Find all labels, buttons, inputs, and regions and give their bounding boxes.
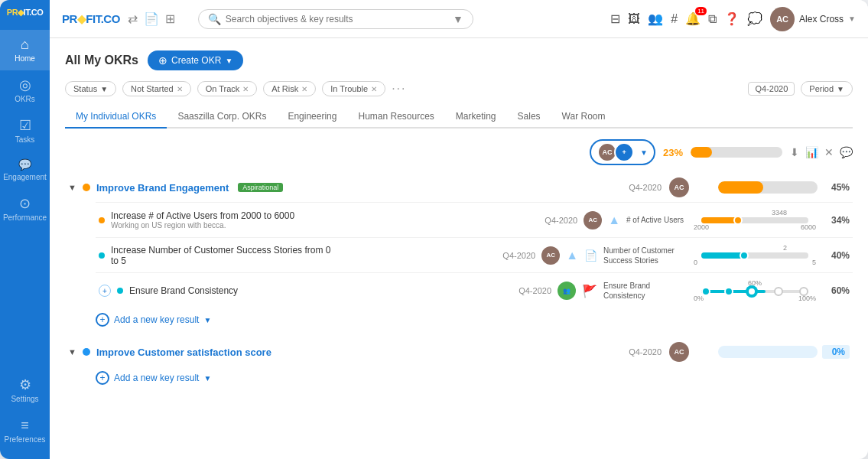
content-area: All My OKRs ⊕ Create OKR ▼ Status ▼ Not … (50, 38, 868, 459)
milestone-bar-3 (701, 288, 808, 295)
kr-meta-1: Q4-2020 AC ▲ # of Active Users 3348 (528, 209, 850, 231)
tab-marketing[interactable]: Marketing (445, 106, 507, 129)
overall-progress-bar (691, 147, 782, 158)
milestone-dot-1 (701, 287, 710, 296)
okrs-icon: ◎ (19, 78, 31, 92)
search-input[interactable] (226, 14, 448, 24)
tab-saaszilla[interactable]: Saaszilla Corp. OKRs (167, 106, 277, 129)
kr-type-icon-2: ▲ (566, 249, 578, 262)
kr-labels-2: 0 5 (694, 259, 816, 266)
filter-bar: Status ▼ Not Started ✕ On Track ✕ At Ris… (65, 81, 853, 96)
page-title: All My OKRs (65, 54, 138, 67)
control-icons: ⬇ 📊 ✕ 💬 (790, 146, 853, 158)
milestone-dot-5 (799, 287, 808, 296)
add-kr-btn-2[interactable]: + Add a new key result ▼ (65, 366, 853, 389)
tab-my-individual[interactable]: My Individual OKRs (65, 106, 167, 129)
kr-avatar-2: AC (541, 246, 560, 265)
create-okr-button[interactable]: ⊕ Create OKR ▼ (148, 50, 243, 70)
sidebar-label-performance: Performance (3, 213, 47, 222)
period-area: Q4-2020 Period ▼ (748, 81, 853, 96)
add-kr-circle-icon-2: + (96, 371, 109, 385)
sidebar-item-settings[interactable]: ⚙ Settings (0, 370, 50, 411)
kr-type-icon-1: ▲ (608, 213, 620, 227)
collapse-arrow-2[interactable]: ▼ (68, 347, 76, 356)
exchange-icon[interactable]: ⇄ (128, 11, 138, 26)
chip-on-track-close[interactable]: ✕ (242, 85, 249, 93)
kr-current-val-2: 2 (701, 244, 808, 252)
image-icon[interactable]: 🖼 (628, 12, 640, 26)
kr-bar-dot-2 (740, 251, 749, 260)
grid-icon[interactable]: ⊞ (165, 11, 175, 26)
sidebar-item-performance[interactable]: ⊙ Performance (0, 189, 50, 230)
tab-sales[interactable]: Sales (507, 106, 551, 129)
kr-current-val-1: 3348 (701, 209, 808, 216)
okr-title-1[interactable]: Improve Brand Engagement (96, 182, 229, 194)
kr-customer-stories: Increase Number of Customer Success Stor… (96, 237, 853, 272)
avatar-dropdown-arrow[interactable]: ▼ (640, 148, 648, 157)
sidebar-item-preferences[interactable]: ≡ Preferences (0, 411, 50, 451)
layers-icon[interactable]: ⧉ (708, 12, 717, 26)
sidebar-item-okrs[interactable]: ◎ OKRs (0, 70, 50, 111)
notification-icon[interactable]: 🔔 (685, 11, 701, 26)
add-kr-label-1: Add a new key result (114, 314, 199, 325)
okr-title-2[interactable]: Improve Customer satisfaction score (96, 347, 271, 358)
kr-max-2: 5 (812, 259, 816, 266)
kr-label-3: Ensure Brand Consistency (603, 281, 688, 301)
chip-on-track: On Track ✕ (197, 81, 258, 96)
kr-active-users: Increase # of Active Users from 2000 to … (96, 202, 853, 237)
chip-not-started-close[interactable]: ✕ (177, 85, 183, 93)
okr-brand-engagement: ▼ Improve Brand Engagement Aspirational … (65, 173, 853, 331)
kr-quarter-3: Q4-2020 (519, 286, 551, 295)
chip-in-trouble-close[interactable]: ✕ (371, 85, 377, 93)
add-kr-circle-icon-1: + (96, 313, 109, 327)
chip-in-trouble: In Trouble ✕ (322, 81, 385, 96)
user-avatar-btn[interactable]: AC Alex Cross ▼ (770, 7, 856, 31)
kr-doc-icon: 📄 (584, 249, 597, 262)
kr-title-2: Increase Number of Customer Success Stor… (111, 245, 333, 266)
sidebar: PR◆IT.CO ⌂ Home ◎ OKRs ☑ Tasks 💬 Engagem… (0, 0, 50, 459)
okr-pct-2: 0% (822, 345, 850, 359)
chip-on-track-label: On Track (206, 84, 240, 93)
tab-engineering[interactable]: Engineering (277, 106, 347, 129)
kr-expand-icon-3[interactable]: + (99, 285, 111, 297)
period-btn[interactable]: Period ▼ (801, 81, 853, 96)
tab-human-resources[interactable]: Human Resources (347, 106, 444, 129)
kr-pct-1: 34% (822, 215, 850, 226)
sidebar-item-engagement[interactable]: 💬 Engagement (0, 151, 50, 189)
sidebar-item-tasks[interactable]: ☑ Tasks (0, 111, 50, 151)
milestone-dot-current (747, 287, 756, 296)
people-icon[interactable]: 👥 (648, 11, 663, 26)
hash-icon[interactable]: # (671, 12, 678, 26)
kr-avatar-1: AC (584, 211, 602, 230)
filter2-icon[interactable]: ⊟ (610, 11, 620, 26)
comment-icon[interactable]: 💬 (840, 146, 853, 158)
create-okr-label: Create OKR (171, 55, 221, 66)
download-icon[interactable]: ⬇ (790, 146, 799, 158)
close-icon[interactable]: ✕ (824, 146, 834, 158)
tab-war-room[interactable]: War Room (551, 106, 616, 129)
okr-meta-2: Q4-2020 AC 0% (629, 342, 850, 362)
status-filter-btn[interactable]: Status ▼ (65, 81, 116, 96)
chip-at-risk-close[interactable]: ✕ (301, 85, 307, 93)
search-box[interactable]: 🔍 ▼ (198, 9, 473, 29)
collapse-arrow-1[interactable]: ▼ (68, 183, 76, 192)
overall-progress-fill (691, 147, 712, 158)
topnav-tool-icons: ⇄ 📄 ⊞ (128, 11, 175, 26)
avatar-group: AC + ▼ (590, 139, 655, 165)
more-filters-btn[interactable]: ··· (392, 82, 406, 96)
document-icon[interactable]: 📄 (144, 11, 159, 26)
filter-icon[interactable]: ▼ (453, 13, 463, 25)
help-icon[interactable]: ❓ (724, 11, 740, 26)
sidebar-item-home[interactable]: ⌂ Home (0, 30, 50, 70)
chat-icon[interactable]: 💭 (747, 11, 762, 26)
logo: PR◆IT.CO (7, 8, 43, 18)
avatar: AC (770, 7, 795, 31)
okr-bar-fill-1 (718, 181, 763, 194)
kr-title-1: Increase # of Active Users from 2000 to … (111, 210, 294, 221)
search-area: 🔍 ▼ (198, 9, 587, 29)
chart-icon[interactable]: 📊 (805, 146, 818, 158)
add-kr-btn-1[interactable]: + Add a new key result ▼ (65, 308, 853, 331)
add-kr-label-2: Add a new key result (114, 373, 199, 383)
search-icon: 🔍 (208, 13, 221, 25)
kr-dot-2 (99, 252, 105, 259)
